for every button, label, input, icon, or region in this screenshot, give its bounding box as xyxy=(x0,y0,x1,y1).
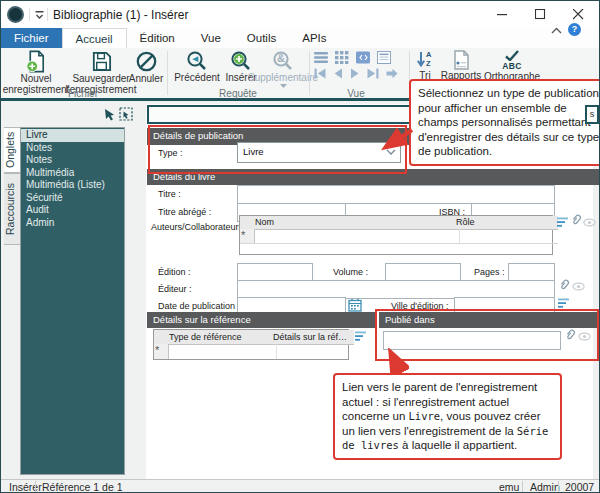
app-window: Bibliographie (1) - Insérer Fichier Accu… xyxy=(0,0,600,493)
sidebar-item-notes-1[interactable]: Notes xyxy=(21,142,124,155)
tab-fichier[interactable]: Fichier xyxy=(1,28,62,48)
section-header-livre: Détails du livre xyxy=(147,169,599,185)
select-region-icon[interactable] xyxy=(119,107,133,121)
app-icon xyxy=(7,6,24,23)
search-insert-icon xyxy=(230,50,252,72)
auteurs-cell-nom[interactable] xyxy=(252,229,460,244)
page-view-icon[interactable] xyxy=(377,51,392,64)
titlebar-divider2 xyxy=(47,8,48,21)
eye-icon-publie[interactable] xyxy=(578,332,591,341)
sidebar-item-audit[interactable]: Audit xyxy=(21,204,124,217)
reports-icon xyxy=(452,50,471,70)
callout-arrow-parent xyxy=(381,348,409,375)
sidebar-item-livre[interactable]: Livre xyxy=(21,129,124,142)
sidebar-item-securite[interactable]: Sécurité xyxy=(21,192,124,205)
quick-access-menu-icon[interactable] xyxy=(34,9,45,20)
eye-icon-editeur[interactable] xyxy=(572,282,585,291)
reference-col-details: Détails sur la référe... xyxy=(270,330,354,345)
publie-dans-input[interactable] xyxy=(383,331,561,350)
status-sep-1 xyxy=(35,481,36,492)
calendar-icon[interactable] xyxy=(348,298,362,312)
edition-label: Édition : xyxy=(158,267,191,277)
auteurs-cell-role[interactable] xyxy=(453,229,558,244)
sidebar-item-multimedia[interactable]: Multimédia xyxy=(21,167,124,180)
window-title: Bibliographie (1) - Insérer xyxy=(53,8,188,22)
status-mode: Insérer xyxy=(9,481,42,493)
additional-query-button[interactable]: & Supplémentaire xyxy=(259,50,307,89)
group-label-vue: Vue xyxy=(311,88,401,99)
auteurs-col-nom: Nom xyxy=(252,216,460,230)
sidebar-item-admin[interactable]: Admin xyxy=(21,217,124,230)
sort-button[interactable]: A Z Tri xyxy=(412,50,438,82)
tabs-panel: Livre Notes Notes Multimédia Multimédia … xyxy=(20,127,125,475)
previous-record-icon[interactable] xyxy=(333,68,343,79)
next-record-icon[interactable] xyxy=(350,68,360,79)
title-bar: Bibliographie (1) - Insérer xyxy=(1,1,599,28)
first-record-icon[interactable] xyxy=(314,68,326,79)
ribbon-tab-row: Fichier Accueil Édition Vue Outils APIs xyxy=(1,28,599,48)
status-sep-2 xyxy=(522,481,523,492)
reference-cell-type[interactable] xyxy=(166,344,277,359)
auteurs-grid[interactable]: Nom Rôle * xyxy=(239,215,553,255)
sidebar-item-notes-2[interactable]: Notes xyxy=(21,154,124,167)
sidebar-item-multimedia-liste[interactable]: Multimédia (Liste) xyxy=(21,179,124,192)
ribbon-separator-2 xyxy=(309,51,310,95)
view-mode-buttons xyxy=(314,51,392,64)
minimize-button[interactable] xyxy=(485,1,519,27)
status-bar: Insérer Référence 1 de 1 emu Admin 20007 xyxy=(1,479,599,493)
group-label-requete: Requête xyxy=(169,88,307,99)
reports-button[interactable]: Rapports xyxy=(439,50,483,82)
previous-query-button[interactable]: Précédent xyxy=(171,50,223,84)
sidebar-tab-onglets[interactable]: Onglets xyxy=(4,127,21,173)
lookup-list-icon-reference[interactable] xyxy=(355,331,367,342)
lookup-list-icon-ville[interactable] xyxy=(558,298,570,309)
maximize-button[interactable] xyxy=(523,1,557,27)
section-header-publie: Publié dans xyxy=(379,312,599,328)
volume-label: Volume : xyxy=(333,267,368,277)
callout-arrow-type xyxy=(377,127,415,155)
reference-grid[interactable]: Type de référence Détails sur la référe.… xyxy=(153,329,349,360)
status-user: emu xyxy=(499,481,519,493)
sort-icon: A Z xyxy=(415,50,435,70)
save-record-icon xyxy=(90,50,113,73)
ribbon-separator-1 xyxy=(167,51,168,95)
titre-input[interactable] xyxy=(237,185,555,204)
grid-view-icon[interactable] xyxy=(335,51,350,64)
attachment-icon-publie[interactable] xyxy=(563,328,577,342)
auteurs-label: Auteurs/Collaborateurs xyxy=(151,222,243,232)
type-label: Type : xyxy=(158,148,183,158)
pointer-tool-icon[interactable] xyxy=(103,108,115,121)
group-label-fichier: Fichier xyxy=(1,88,165,99)
tab-vue[interactable]: Vue xyxy=(188,28,234,48)
attachment-icon[interactable] xyxy=(569,213,583,227)
goto-record-icon[interactable] xyxy=(386,68,398,79)
search-more-icon: & xyxy=(272,50,294,72)
auteurs-col-role: Rôle xyxy=(453,216,558,230)
attachment-icon-editeur[interactable] xyxy=(557,278,571,292)
list-view-icon[interactable] xyxy=(314,51,329,64)
sidebar-tab-raccourcis[interactable]: Raccourcis xyxy=(4,173,21,245)
status-position: Référence 1 de 1 xyxy=(42,481,123,493)
cancel-button[interactable]: Annuler xyxy=(125,50,167,85)
tab-outils[interactable]: Outils xyxy=(234,28,289,48)
titlebar-divider xyxy=(29,8,30,21)
lookup-list-icon[interactable] xyxy=(557,217,569,228)
reference-cell-details[interactable] xyxy=(270,344,354,359)
tab-accueil[interactable]: Accueil xyxy=(62,28,127,48)
ville-edition-label: Ville d'édition : xyxy=(391,301,449,311)
spelling-button[interactable]: ABC Orthographe xyxy=(483,50,541,83)
code-view-icon[interactable] xyxy=(356,51,371,64)
band-badge[interactable]: s xyxy=(585,105,599,124)
reference-col-type: Type de référence xyxy=(166,330,277,345)
help-icon[interactable]: ? xyxy=(568,23,581,36)
status-sep-3 xyxy=(558,481,559,492)
tab-apis[interactable]: APIs xyxy=(289,28,339,48)
search-previous-icon xyxy=(186,50,208,72)
collapse-ribbon-icon[interactable] xyxy=(550,26,563,36)
status-group: Admin xyxy=(530,481,560,493)
editeur-label: Éditeur : xyxy=(158,284,192,294)
tab-edition[interactable]: Édition xyxy=(127,28,188,48)
eye-icon[interactable] xyxy=(583,218,596,227)
last-record-icon[interactable] xyxy=(367,68,379,79)
status-value: 20007 xyxy=(565,481,594,493)
